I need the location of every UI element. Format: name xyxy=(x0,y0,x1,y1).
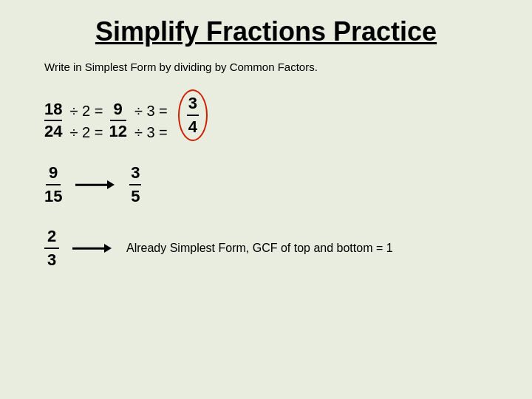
div1-top: ÷ 2 = xyxy=(69,103,103,120)
fraction-9-12: 9 12 xyxy=(109,100,126,141)
fraction-3-5: 3 5 xyxy=(129,163,141,206)
subtitle-text: Write in Simplest Form by dividing by Co… xyxy=(44,61,532,73)
example1-section: 18 24 ÷ 2 = ÷ 2 = 9 12 ÷ 3 = ÷ 3 = 3 4 xyxy=(44,89,532,141)
fraction-2-3: 2 3 xyxy=(44,227,59,270)
arrow-icon-2 xyxy=(72,242,113,255)
already-simplest-label: Already Simplest Form, GCF of top and bo… xyxy=(126,242,393,255)
fraction-9-15: 9 15 xyxy=(44,163,62,206)
example2-section: 9 15 3 5 xyxy=(44,163,532,206)
circled-fraction-3-4: 3 4 xyxy=(178,89,208,141)
div2-top: ÷ 3 = xyxy=(134,103,168,120)
fraction-18-24: 18 24 xyxy=(44,100,62,141)
example3-section: 2 3 Already Simplest Form, GCF of top an… xyxy=(44,227,532,270)
page-title: Simplify Fractions Practice xyxy=(0,0,532,61)
arrow-icon xyxy=(75,178,116,191)
div1-bottom: ÷ 2 = xyxy=(69,124,103,141)
div2-bottom: ÷ 3 = xyxy=(134,124,168,141)
